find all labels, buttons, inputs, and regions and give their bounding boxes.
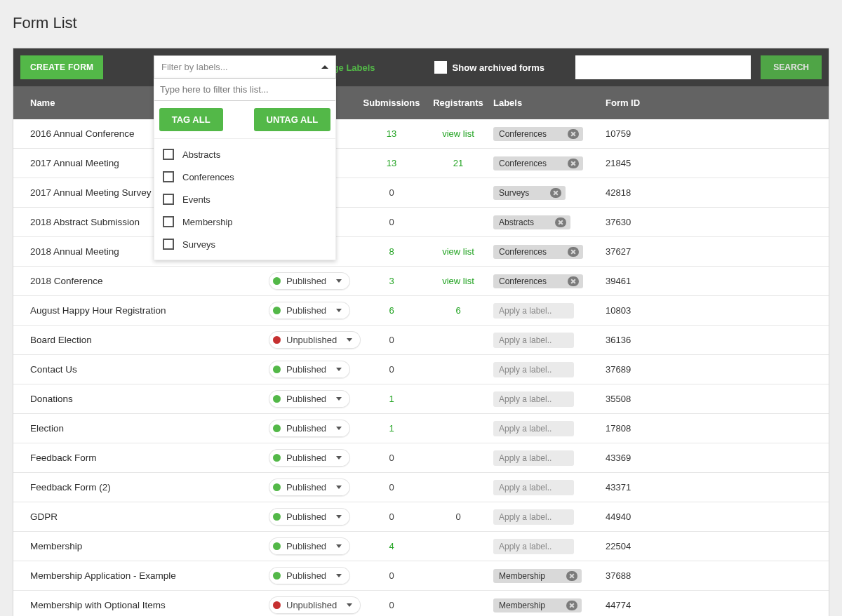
filter-labels-trigger[interactable]: Filter by labels... [154,55,336,79]
label-chip[interactable]: Membership [493,569,582,583]
registrants-view-list-link[interactable]: view list [423,246,493,257]
apply-label-input[interactable]: Apply a label.. [493,450,574,466]
submissions-count[interactable]: 13 [360,158,423,168]
search-button[interactable]: SEARCH [761,55,822,79]
status-pill[interactable]: Published [269,361,350,378]
submissions-count[interactable]: 1 [360,394,423,404]
label-chip[interactable]: Conferences [493,127,583,141]
status-pill[interactable]: Published [269,449,350,467]
filter-option[interactable]: Membership [154,210,335,233]
label-chip[interactable]: Conferences [493,274,583,288]
status-pill[interactable]: Published [269,302,350,319]
close-icon[interactable] [568,159,579,168]
close-icon[interactable] [568,247,579,257]
untag-all-button[interactable]: UNTAG ALL [254,108,331,131]
close-icon[interactable] [568,276,579,286]
submissions-count[interactable]: 4 [360,541,423,551]
filter-option[interactable]: Conferences [154,166,335,188]
label-cell: Surveys [493,186,606,200]
search-input[interactable] [575,55,751,79]
label-chip[interactable]: Surveys [493,186,566,200]
chevron-down-icon [336,574,342,577]
label-chip-text: Surveys [499,188,529,198]
apply-label-input[interactable]: Apply a label.. [493,421,574,436]
tag-all-button[interactable]: TAG ALL [159,108,223,131]
form-name[interactable]: Board Election [30,335,269,345]
submissions-count[interactable]: 8 [360,246,423,257]
form-name[interactable]: Membership [30,541,269,551]
table-row: 2018 Abstract Submission0Abstracts37630 [13,208,829,237]
label-chip[interactable]: Membership [493,598,582,612]
filter-option[interactable]: Surveys [154,233,335,255]
label-chip[interactable]: Conferences [493,156,583,170]
filter-option[interactable]: Abstracts [154,143,335,166]
checkbox-icon [163,149,174,160]
status-dot-green-icon [273,483,281,491]
create-form-button[interactable]: CREATE FORM [20,55,103,79]
close-icon[interactable] [568,129,579,139]
close-icon[interactable] [550,188,561,198]
form-name[interactable]: Election [30,423,269,434]
status-dot-green-icon [273,366,281,373]
status-pill[interactable]: Published [269,420,350,437]
show-archived-checkbox[interactable]: Show archived forms [434,61,544,74]
form-name[interactable]: 2018 Conference [30,276,269,286]
chevron-down-icon [336,427,342,430]
apply-label-input[interactable]: Apply a label.. [493,333,574,348]
form-name[interactable]: Feedback Form (2) [30,482,269,493]
close-icon[interactable] [555,217,566,227]
table-row: Feedback Form (2)Published0Apply a label… [13,473,829,502]
apply-label-input[interactable]: Apply a label.. [493,509,574,525]
form-name[interactable]: Donations [30,394,269,404]
registrants-count[interactable]: 6 [423,305,493,316]
filter-option[interactable]: Events [154,188,335,210]
registrants-count[interactable]: 21 [423,158,493,168]
form-name[interactable]: GDPR [30,511,269,522]
form-name[interactable]: Feedback Form [30,453,269,463]
registrants-view-list-link[interactable]: view list [423,276,493,286]
apply-label-input[interactable]: Apply a label.. [493,362,574,377]
close-icon[interactable] [566,571,577,581]
table-row: Feedback FormPublished0Apply a label..43… [13,443,829,473]
submissions-count[interactable]: 3 [360,276,423,286]
status-cell: Published [269,272,360,290]
form-name[interactable]: Membership Application - Example [30,570,269,581]
status-pill[interactable]: Unpublished [269,596,361,614]
status-pill[interactable]: Unpublished [269,331,361,349]
filter-option-label: Abstracts [182,149,220,160]
form-id: 37689 [606,364,690,375]
checkbox-icon [163,171,174,182]
registrants-view-list-link[interactable]: view list [423,128,493,139]
apply-label-input[interactable]: Apply a label.. [493,303,574,319]
status-pill[interactable]: Published [269,537,350,555]
label-chip[interactable]: Abstracts [493,215,570,229]
filter-labels-search-input[interactable] [154,79,335,101]
label-chip[interactable]: Conferences [493,245,583,259]
form-name[interactable]: Membership with Optional Items [30,600,269,610]
status-pill[interactable]: Published [269,478,350,496]
status-pill[interactable]: Published [269,272,350,290]
form-id: 42818 [606,187,690,198]
label-cell: Membership [493,598,606,612]
label-cell: Apply a label.. [493,391,606,407]
submissions-count[interactable]: 6 [360,305,423,316]
label-cell: Conferences [493,245,606,259]
form-name[interactable]: August Happy Hour Registration [30,305,269,316]
form-id: 43369 [606,453,690,463]
apply-label-input[interactable]: Apply a label.. [493,391,574,407]
apply-label-input[interactable]: Apply a label.. [493,539,574,554]
submissions-count[interactable]: 13 [360,128,423,139]
filter-option-label: Membership [182,217,233,227]
apply-label-input[interactable]: Apply a label.. [493,480,574,495]
form-id: 22504 [606,541,690,551]
label-chip-text: Conferences [499,129,547,139]
status-pill[interactable]: Published [269,508,350,525]
status-cell: Unpublished [269,596,360,614]
table-row: 2017 Annual Meeting1321Conferences21845 [13,149,829,178]
submissions-count[interactable]: 1 [360,423,423,434]
close-icon[interactable] [566,601,577,610]
status-pill[interactable]: Published [269,567,350,584]
status-pill[interactable]: Published [269,390,350,408]
label-chip-text: Abstracts [499,217,534,227]
form-name[interactable]: Contact Us [30,364,269,375]
